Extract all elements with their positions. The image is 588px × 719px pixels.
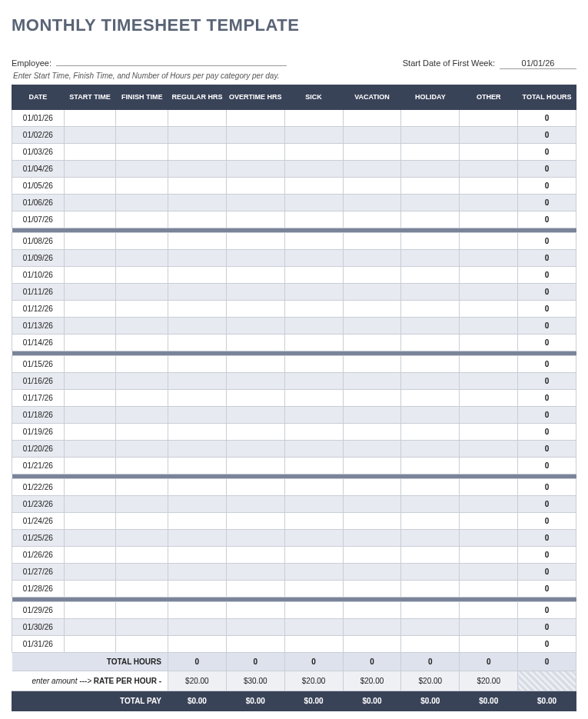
input-cell[interactable] [460,407,518,424]
input-cell[interactable] [401,602,460,619]
input-cell[interactable] [168,233,226,250]
input-cell[interactable] [401,250,460,267]
input-cell[interactable] [64,284,116,301]
input-cell[interactable] [401,195,460,211]
input-cell[interactable] [460,356,518,373]
input-cell[interactable] [116,407,168,424]
input-cell[interactable] [168,407,226,424]
input-cell[interactable] [343,178,401,195]
input-cell[interactable] [64,195,116,211]
input-cell[interactable] [460,318,518,335]
input-cell[interactable] [168,496,226,513]
input-cell[interactable] [226,530,284,547]
input-cell[interactable] [116,547,168,564]
input-cell[interactable] [226,318,284,335]
input-cell[interactable] [401,110,460,127]
input-cell[interactable] [168,356,226,373]
input-cell[interactable] [460,144,518,161]
input-cell[interactable] [401,161,460,178]
input-cell[interactable] [460,424,518,441]
input-cell[interactable] [401,211,460,228]
input-cell[interactable] [460,195,518,211]
input-cell[interactable] [284,161,343,178]
input-cell[interactable] [168,636,226,653]
input-cell[interactable] [226,407,284,424]
input-cell[interactable] [116,356,168,373]
input-cell[interactable] [401,390,460,407]
input-cell[interactable] [226,127,284,144]
input-cell[interactable] [284,496,343,513]
input-cell[interactable] [168,178,226,195]
input-cell[interactable] [116,335,168,351]
input-cell[interactable] [116,513,168,530]
input-cell[interactable] [64,602,116,619]
input-cell[interactable] [460,267,518,284]
input-cell[interactable] [343,458,401,474]
input-cell[interactable] [284,373,343,390]
input-cell[interactable] [284,335,343,351]
input-cell[interactable] [116,178,168,195]
input-cell[interactable] [116,441,168,458]
input-cell[interactable] [64,390,116,407]
input-cell[interactable] [168,373,226,390]
input-cell[interactable] [168,250,226,267]
input-cell[interactable] [343,513,401,530]
input-cell[interactable] [116,496,168,513]
input-cell[interactable] [168,110,226,127]
input-cell[interactable] [284,407,343,424]
input-cell[interactable] [284,390,343,407]
input-cell[interactable] [401,127,460,144]
input-cell[interactable] [460,127,518,144]
input-cell[interactable] [116,564,168,581]
input-cell[interactable] [401,267,460,284]
input-cell[interactable] [401,407,460,424]
input-cell[interactable] [64,513,116,530]
input-cell[interactable] [284,458,343,474]
input-cell[interactable] [460,602,518,619]
input-cell[interactable] [343,284,401,301]
input-cell[interactable] [64,424,116,441]
input-cell[interactable] [168,390,226,407]
input-cell[interactable] [116,373,168,390]
input-cell[interactable] [343,479,401,496]
input-cell[interactable] [64,458,116,474]
input-cell[interactable] [343,161,401,178]
input-cell[interactable] [64,233,116,250]
input-cell[interactable] [284,195,343,211]
input-cell[interactable] [116,636,168,653]
input-cell[interactable] [284,636,343,653]
input-cell[interactable] [284,424,343,441]
input-cell[interactable] [226,513,284,530]
input-cell[interactable] [460,233,518,250]
input-cell[interactable] [460,581,518,598]
input-cell[interactable] [116,424,168,441]
input-cell[interactable] [343,211,401,228]
input-cell[interactable] [460,619,518,636]
input-cell[interactable] [284,441,343,458]
input-cell[interactable] [226,458,284,474]
input-cell[interactable] [116,110,168,127]
input-cell[interactable] [64,267,116,284]
input-cell[interactable] [116,211,168,228]
input-cell[interactable] [343,424,401,441]
input-cell[interactable] [284,144,343,161]
input-cell[interactable] [284,581,343,598]
input-cell[interactable] [284,211,343,228]
input-cell[interactable] [460,390,518,407]
input-cell[interactable] [116,144,168,161]
input-cell[interactable] [460,496,518,513]
input-cell[interactable] [460,110,518,127]
rate-cell[interactable]: $20.00 [284,671,343,691]
input-cell[interactable] [64,530,116,547]
input-cell[interactable] [168,619,226,636]
input-cell[interactable] [343,301,401,318]
input-cell[interactable] [460,564,518,581]
input-cell[interactable] [460,373,518,390]
input-cell[interactable] [226,564,284,581]
input-cell[interactable] [343,547,401,564]
input-cell[interactable] [343,195,401,211]
input-cell[interactable] [343,335,401,351]
input-cell[interactable] [168,547,226,564]
input-cell[interactable] [226,581,284,598]
input-cell[interactable] [168,581,226,598]
